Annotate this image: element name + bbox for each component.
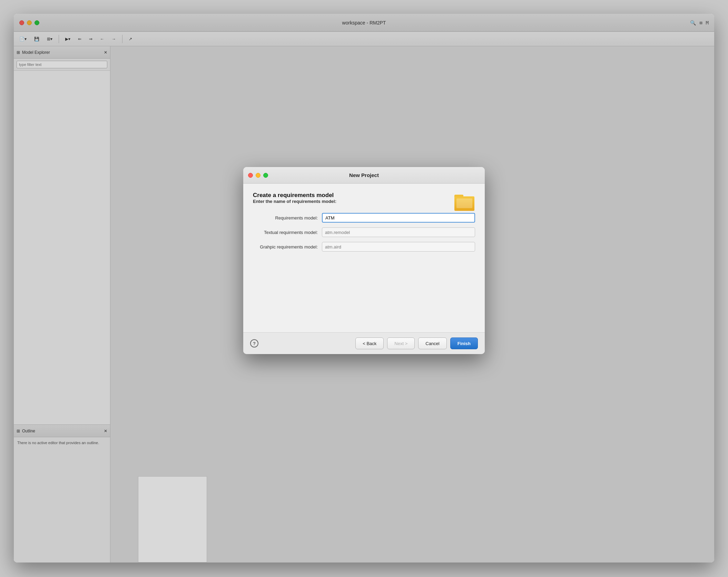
dialog-buttons: < Back Next > Cancel Finish xyxy=(355,338,478,349)
main-window: workspace - RM2PT 🔍 ⊞ M 📄▾ 💾 ⊞▾ ▶▾ ⇐ ⇒ ←… xyxy=(14,14,714,563)
folder-body xyxy=(454,196,474,211)
dialog-heading-row: Create a requirements model Enter the na… xyxy=(253,192,475,211)
finish-button[interactable]: Finish xyxy=(450,338,478,349)
new-project-dialog: New Project Create a requirements model … xyxy=(243,167,485,354)
graphic-model-row: Grahpic requirements model: xyxy=(253,242,475,252)
textual-model-row: Textual requirments model: xyxy=(253,227,475,237)
cancel-button[interactable]: Cancel xyxy=(418,338,446,349)
textual-model-label: Textual requirments model: xyxy=(253,230,322,235)
dialog-footer: ? < Back Next > Cancel Finish xyxy=(243,332,485,354)
dialog-title-bar: New Project xyxy=(243,167,485,184)
requirements-model-row: Requirements model: xyxy=(253,213,475,223)
folder-shine xyxy=(456,198,472,208)
dialog-subtitle: Enter the name of requirements model: xyxy=(253,199,336,204)
graphic-model-label: Grahpic requirements model: xyxy=(253,244,322,250)
textual-model-input xyxy=(322,227,475,237)
dialog-maximize-button[interactable] xyxy=(263,173,268,178)
folder-icon xyxy=(454,192,475,211)
requirements-model-label: Requirements model: xyxy=(253,215,322,221)
help-button[interactable]: ? xyxy=(250,339,258,348)
back-button[interactable]: < Back xyxy=(355,338,384,349)
dialog-title: New Project xyxy=(349,172,379,178)
dialog-heading-strong: Create a requirements model xyxy=(253,192,334,198)
dialog-close-button[interactable] xyxy=(248,173,253,178)
dialog-traffic-lights xyxy=(248,173,268,178)
dialog-spacer xyxy=(253,256,475,325)
dialog-body: Create a requirements model Enter the na… xyxy=(243,184,485,332)
graphic-model-input xyxy=(322,242,475,252)
requirements-model-input[interactable] xyxy=(322,213,475,223)
dialog-overlay: New Project Create a requirements model … xyxy=(14,14,714,563)
next-button[interactable]: Next > xyxy=(387,338,415,349)
dialog-heading-text: Create a requirements model Enter the na… xyxy=(253,192,336,211)
dialog-minimize-button[interactable] xyxy=(256,173,260,178)
